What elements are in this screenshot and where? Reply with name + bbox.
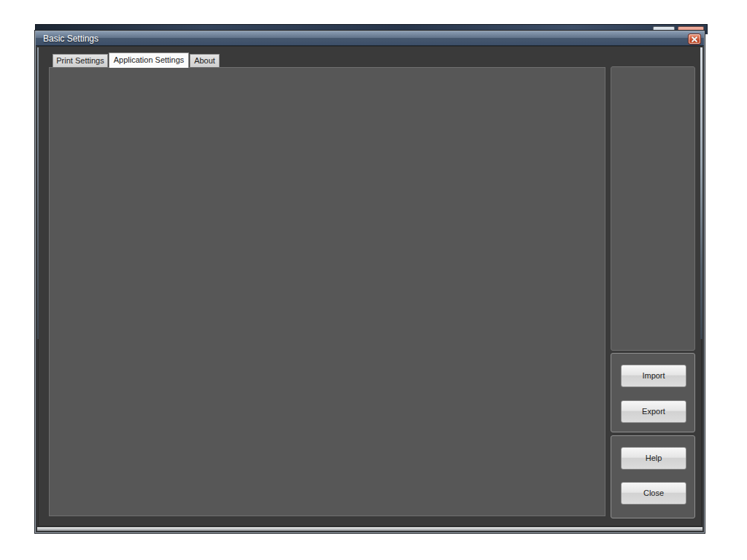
tab-print-settings[interactable]: Print Settings bbox=[53, 54, 108, 67]
screen: Basic Settings Print Settings Applicatio… bbox=[0, 0, 747, 560]
close-button[interactable]: Close bbox=[621, 482, 686, 505]
close-icon[interactable] bbox=[688, 34, 701, 44]
help-close-panel: Help Close bbox=[611, 435, 695, 518]
frame-edge-right bbox=[700, 47, 703, 339]
help-button[interactable]: Help bbox=[621, 447, 686, 470]
export-button[interactable]: Export bbox=[621, 400, 686, 423]
tab-application-settings[interactable]: Application Settings bbox=[109, 52, 189, 68]
dialog-titlebar: Basic Settings bbox=[36, 31, 704, 46]
frame-edge-bottom bbox=[37, 527, 703, 531]
x-glyph-icon bbox=[692, 36, 697, 42]
dialog-title: Basic Settings bbox=[43, 31, 98, 46]
import-export-panel: Import Export bbox=[611, 353, 695, 432]
side-panel-spacer bbox=[611, 66, 695, 351]
basic-settings-dialog: Basic Settings Print Settings Applicatio… bbox=[35, 31, 705, 533]
frame-edge-left bbox=[37, 47, 39, 339]
import-button[interactable]: Import bbox=[621, 365, 686, 387]
tab-about[interactable]: About bbox=[190, 54, 220, 67]
application-settings-tab-page bbox=[49, 67, 605, 516]
